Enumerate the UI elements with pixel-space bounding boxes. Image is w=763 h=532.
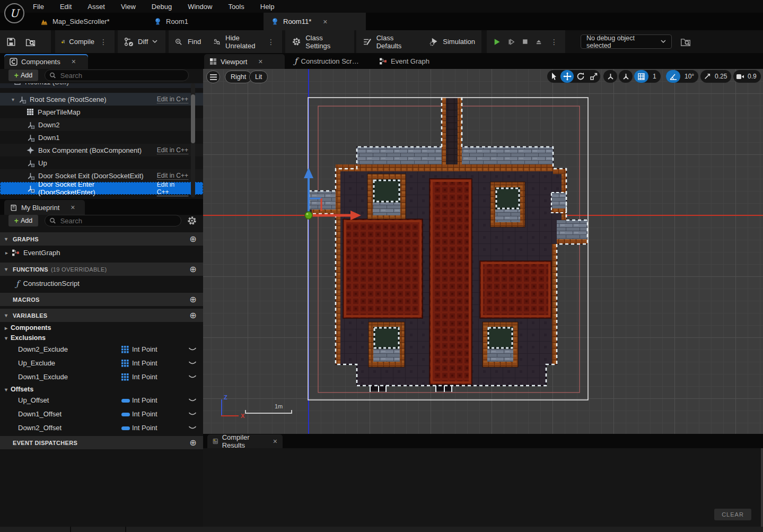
variable-row-down1-offset[interactable]: Down1_Offset Int Point	[0, 407, 203, 421]
compiler-scrollbar[interactable]	[761, 448, 763, 527]
surface-snapping-button[interactable]	[619, 70, 633, 83]
add-blueprint-item-button[interactable]: +Add	[8, 215, 38, 226]
expander-icon[interactable]: ▸	[5, 325, 7, 331]
tree-row-self[interactable]: Room11 (Self)	[0, 83, 203, 88]
menu-help[interactable]: Help	[260, 3, 275, 11]
tree-row-doorsocketenter[interactable]: Door Socket Enter (DoorSocketEnter) Edit…	[0, 182, 203, 195]
camera-speed-value[interactable]: 0.9	[747, 73, 761, 80]
class-defaults-button[interactable]: Class Defaults	[376, 34, 420, 50]
add-graph-icon[interactable]: ⊕	[189, 234, 197, 244]
clear-button[interactable]: CLEAR	[714, 509, 751, 520]
menu-edit[interactable]: Edit	[60, 3, 72, 11]
blueprint-settings-gear-icon[interactable]	[187, 215, 197, 226]
variables-header[interactable]: ▾ VARIABLES ⊕	[0, 309, 203, 322]
rotation-snap-toggle[interactable]	[666, 70, 680, 83]
scale-snap-value[interactable]: 0.25	[714, 73, 731, 80]
menu-window[interactable]: Window	[188, 3, 212, 11]
diff-button[interactable]: Diff	[138, 38, 148, 46]
tab-map-sidescroller[interactable]: Map_SideScroller*	[33, 13, 117, 30]
my-blueprint-search[interactable]	[45, 215, 181, 226]
grid-snap-value[interactable]: 1	[648, 73, 661, 80]
diff-icon[interactable]	[124, 37, 134, 47]
move-tool-button[interactable]	[560, 70, 574, 83]
expander-icon[interactable]: ▾	[5, 335, 7, 341]
add-macro-icon[interactable]: ⊕	[189, 294, 197, 304]
add-function-icon[interactable]: ⊕	[189, 264, 197, 274]
browse-to-asset-icon[interactable]	[25, 37, 36, 47]
add-component-button[interactable]: +Add	[8, 69, 38, 81]
add-event-dispatcher-icon[interactable]: ⊕	[189, 438, 197, 448]
menu-view[interactable]: View	[121, 3, 136, 11]
my-blueprint-search-input[interactable]	[59, 216, 177, 225]
tree-row-rootscene[interactable]: ▾ Root Scene (RootScene) Edit in C++	[0, 93, 203, 106]
class-settings-button[interactable]: Class Settings	[305, 34, 348, 50]
eye-closed-icon[interactable]	[188, 361, 197, 365]
camera-mode-button[interactable]: Right	[225, 71, 252, 83]
variable-row-up-offset[interactable]: Up_Offset Int Point	[0, 394, 203, 407]
components-category-row[interactable]: ▸ Components	[0, 322, 51, 333]
scale-tool-button[interactable]	[587, 70, 600, 83]
event-dispatchers-header[interactable]: EVENT DISPATCHERS ⊕	[0, 436, 203, 449]
menu-debug[interactable]: Debug	[152, 3, 172, 11]
expander-icon[interactable]: ▾	[5, 236, 7, 242]
tab-event-graph[interactable]: Event Graph	[379, 53, 429, 69]
save-icon[interactable]	[6, 37, 16, 47]
graphs-header[interactable]: ▾ GRAPHS ⊕	[0, 232, 203, 246]
stop-icon[interactable]	[522, 38, 528, 46]
components-search-input[interactable]	[59, 71, 184, 80]
tree-row-down2[interactable]: Down2	[0, 118, 203, 131]
world-coordinate-button[interactable]	[603, 70, 617, 83]
simulation-button[interactable]: Simulation	[443, 38, 475, 46]
variable-row-down2-exclude[interactable]: Down2_Exclude Int Point	[0, 343, 203, 356]
play-options-icon[interactable]: ⋮	[549, 38, 559, 46]
compile-options-icon[interactable]: ⋮	[99, 38, 108, 46]
edit-in-cpp-link[interactable]: Edit in C++	[157, 181, 188, 196]
find-button[interactable]: Find	[188, 38, 201, 46]
add-variable-icon[interactable]: ⊕	[189, 310, 197, 320]
viewport[interactable]: Right Lit 1 10° 0.25 0.9	[203, 69, 763, 434]
tab-my-blueprint[interactable]: My Blueprint ×	[4, 200, 85, 215]
tab-room1[interactable]: Room1	[146, 13, 196, 30]
hide-unrelated-options-icon[interactable]: ⋮	[266, 38, 276, 46]
eye-closed-icon[interactable]	[188, 374, 197, 379]
compile-button[interactable]: Compile	[69, 38, 94, 46]
edit-in-cpp-link[interactable]: Edit in C++	[157, 146, 188, 154]
expander-icon[interactable]: ▾	[5, 266, 7, 272]
frame-skip-icon[interactable]	[508, 37, 515, 47]
expander-icon[interactable]: ▸	[5, 250, 8, 256]
tree-row-down1[interactable]: Down1	[0, 131, 203, 144]
eye-closed-icon[interactable]	[188, 412, 197, 416]
variable-row-down1-exclude[interactable]: Down1_Exclude Int Point	[0, 370, 203, 384]
edit-in-cpp-link[interactable]: Edit in C++	[157, 172, 188, 180]
edit-in-cpp-link[interactable]: Edit in C++	[157, 95, 188, 103]
grid-snap-toggle[interactable]	[634, 70, 648, 83]
view-mode-button[interactable]: Lit	[249, 71, 268, 83]
close-icon[interactable]: ×	[72, 57, 76, 66]
tilemap-room[interactable]	[308, 97, 589, 400]
rotate-tool-button[interactable]	[574, 70, 587, 83]
menu-tools[interactable]: Tools	[228, 3, 244, 11]
exclusions-category-row[interactable]: ▾ Exclusions	[0, 333, 46, 343]
macros-header[interactable]: MACROS ⊕	[0, 293, 203, 306]
eject-icon[interactable]	[536, 38, 542, 46]
rotation-snap-value[interactable]: 10°	[680, 73, 698, 80]
offsets-category-row[interactable]: ▾ Offsets	[0, 384, 33, 395]
hide-unrelated-button[interactable]: Hide Unrelated	[225, 34, 261, 50]
close-icon[interactable]: ×	[258, 57, 262, 66]
tree-row-boxcomponent[interactable]: Box Component (BoxComponent) Edit in C++	[0, 144, 203, 156]
expander-icon[interactable]: ▾	[5, 387, 7, 393]
construction-script-row[interactable]: ƒ ConstructionScript	[0, 276, 203, 291]
menu-file[interactable]: File	[33, 3, 44, 11]
gizmo-origin-handle[interactable]	[305, 212, 312, 219]
event-graph-row[interactable]: ▸ EventGraph	[0, 246, 203, 259]
menu-asset[interactable]: Asset	[87, 3, 105, 11]
eye-closed-icon[interactable]	[188, 347, 197, 352]
variable-row-up-exclude[interactable]: Up_Exclude Int Point	[0, 356, 203, 370]
tree-row-up[interactable]: Up	[0, 156, 203, 169]
play-icon[interactable]	[493, 37, 501, 47]
expander-icon[interactable]: ▾	[5, 312, 7, 318]
transform-gizmo[interactable]	[277, 164, 367, 224]
components-search[interactable]	[45, 69, 189, 81]
tab-room11[interactable]: Room11* ×	[264, 13, 366, 30]
tab-construction-script[interactable]: ƒ Construction Scr…	[294, 53, 359, 69]
